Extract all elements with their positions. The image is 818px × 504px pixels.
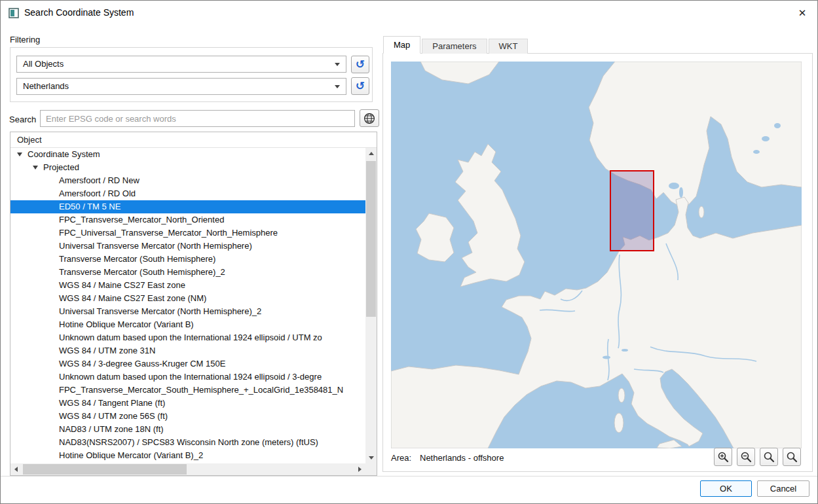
tree-item[interactable]: Projected	[10, 161, 365, 174]
filtering-label: Filtering	[10, 35, 40, 45]
tree-item-label: Amersfoort / RD New	[59, 175, 139, 185]
tree-item-label: FPC_Transverse_Mercator_North_Oriented	[59, 215, 224, 225]
tree-item[interactable]: Amersfoort / RD New	[10, 174, 365, 187]
tree-item-label: Unknown datum based upon the Internation…	[59, 372, 322, 382]
tree-item-label: WGS 84 / Maine CS27 East zone	[59, 280, 185, 290]
tree-item[interactable]: ED50 / TM 5 NE	[10, 200, 365, 213]
tree-item[interactable]: Amersfoort / RD Old	[10, 187, 365, 200]
tree-item-label: Universal Transverse Mercator (North Hem…	[59, 241, 252, 251]
tab-wkt[interactable]: WKT	[489, 39, 529, 54]
selected-crs-extent	[610, 171, 654, 251]
tree-item[interactable]: WGS 84 / 3-degree Gauss-Kruger CM 150E	[10, 357, 365, 370]
tree-column-header[interactable]: Object	[10, 132, 377, 148]
globe-search-button[interactable]	[360, 109, 379, 127]
tree-item[interactable]: Unknown datum based upon the Internation…	[10, 331, 365, 344]
zoom-out-button[interactable]	[737, 448, 755, 466]
tab-parameters[interactable]: Parameters	[422, 39, 487, 54]
tree-item-label: NAD83 / UTM zone 18N (ft)	[59, 424, 164, 434]
region-filter-dropdown[interactable]: Netherlands	[16, 78, 346, 95]
tree-item-label: Hotine Oblique Mercator (Variant B)	[59, 319, 194, 329]
coordinate-system-tree: Object Coordinate SystemProjectedAmersfo…	[10, 132, 377, 476]
tree-item[interactable]: Universal Transverse Mercator (North Hem…	[10, 305, 365, 318]
ok-button[interactable]: OK	[700, 480, 752, 497]
close-button[interactable]: ✕	[787, 1, 817, 26]
search-input[interactable]	[40, 110, 355, 127]
scroll-left-button[interactable]	[10, 463, 22, 475]
tree-item[interactable]: NAD83 / UTM zone 18N (ft)	[10, 423, 365, 436]
cancel-button[interactable]: Cancel	[757, 480, 809, 497]
europe-map[interactable]	[391, 62, 802, 448]
reset-region-filter-button[interactable]: ↺	[351, 77, 369, 95]
undo-icon: ↺	[356, 81, 365, 92]
tree-item[interactable]: WGS 84 / Tangent Plane (ft)	[10, 397, 365, 410]
globe-icon	[363, 113, 375, 124]
tree-rows: Coordinate SystemProjectedAmersfoort / R…	[10, 148, 365, 463]
tree-item-label: Coordinate System	[28, 149, 100, 159]
tree-item[interactable]: WGS 84 / UTM zone 56S (ft)	[10, 410, 365, 423]
expander-down-icon[interactable]	[17, 153, 22, 156]
window-title: Search Coordinate System	[24, 7, 134, 18]
zoom-area-button[interactable]	[783, 448, 801, 466]
chevron-down-icon	[335, 85, 340, 88]
scroll-down-button[interactable]	[365, 452, 377, 463]
land-sardinia	[614, 413, 623, 433]
title-bar: Search Coordinate System ✕	[1, 1, 817, 26]
vertical-scrollbar[interactable]	[365, 148, 377, 463]
tree-item[interactable]: Transverse Mercator (South Hemisphere)	[10, 253, 365, 266]
area-label: Area:	[391, 453, 411, 463]
zoom-in-button[interactable]	[714, 448, 732, 466]
tab-map[interactable]: Map	[383, 36, 420, 54]
tree-item[interactable]: WGS 84 / Maine CS27 East zone (NM)	[10, 292, 365, 305]
land-gotland	[699, 206, 704, 218]
scroll-up-button[interactable]	[365, 148, 377, 159]
footer-divider	[1, 476, 817, 477]
chevron-down-icon	[335, 63, 340, 66]
tree-item[interactable]: Coordinate System	[10, 148, 365, 161]
tree-item-label: Universal Transverse Mercator (North Hem…	[59, 306, 261, 316]
tree-item[interactable]: WGS 84 / Maine CS27 East zone	[10, 279, 365, 292]
magnifier-icon	[763, 451, 775, 463]
object-filter-dropdown[interactable]: All Objects	[16, 56, 346, 73]
expander-down-icon[interactable]	[33, 166, 38, 170]
scroll-right-button[interactable]	[354, 463, 365, 475]
object-filter-value: All Objects	[23, 59, 64, 69]
map-panel: Area: Netherlands - offshore	[382, 53, 813, 472]
search-coordinate-system-dialog: Search Coordinate System ✕ Filtering All…	[0, 0, 818, 504]
magnifier-icon	[786, 451, 798, 463]
vertical-scrollbar-thumb[interactable]	[366, 161, 376, 317]
tree-item[interactable]: Unknown datum based upon the Internation…	[10, 370, 365, 384]
magnifier-plus-icon	[717, 451, 729, 463]
scrollbar-corner	[365, 463, 377, 475]
search-label: Search	[9, 115, 36, 124]
tree-item-label: Transverse Mercator (South Hemisphere)	[59, 254, 215, 264]
tree-item[interactable]: FPC_Universal_Transverse_Mercator_North_…	[10, 226, 365, 240]
area-value: Netherlands - offshore	[420, 453, 504, 463]
tree-item-label: WGS 84 / Maine CS27 East zone (NM)	[59, 293, 206, 303]
tree-item-label: FPC_Transverse_Mercator_South_Hemisphere…	[59, 385, 343, 395]
tree-item[interactable]: FPC_Transverse_Mercator_North_Oriented	[10, 213, 365, 226]
tree-item-label: WGS 84 / Tangent Plane (ft)	[59, 398, 165, 408]
tree-item-label: FPC_Universal_Transverse_Mercator_North_…	[59, 228, 278, 238]
tree-item[interactable]: Hotine Oblique Mercator (Variant B)	[10, 318, 365, 331]
tree-item-label: NAD83(NSRS2007) / SPCS83 Wisconsin North…	[59, 437, 318, 447]
tree-item-label: Amersfoort / RD Old	[59, 189, 136, 198]
tree-item[interactable]: Transverse Mercator (South Hemisphere)_2	[10, 266, 365, 279]
tree-item[interactable]: Hotine Oblique Mercator (Variant B)_2	[10, 449, 365, 462]
tree-item[interactable]: WGS 84 / UTM zone 31N	[10, 344, 365, 357]
tree-item-label: WGS 84 / UTM zone 56S (ft)	[59, 411, 168, 421]
reset-object-filter-button[interactable]: ↺	[351, 56, 369, 73]
tree-item-label: Hotine Oblique Mercator (Variant B)_2	[59, 450, 203, 460]
horizontal-scrollbar-thumb[interactable]	[23, 464, 187, 475]
tree-item-label: Unknown datum based upon the Internation…	[59, 333, 322, 342]
tree-item-label: WGS 84 / UTM zone 31N	[59, 346, 155, 355]
tree-item-label: WGS 84 / 3-degree Gauss-Kruger CM 150E	[59, 359, 225, 369]
horizontal-scrollbar[interactable]	[10, 463, 365, 475]
zoom-extent-button[interactable]	[760, 448, 778, 466]
app-icon	[9, 8, 19, 18]
tree-item[interactable]: Universal Transverse Mercator (North Hem…	[10, 240, 365, 253]
undo-icon: ↺	[356, 59, 365, 70]
magnifier-minus-icon	[740, 451, 752, 463]
tree-item[interactable]: FPC_Transverse_Mercator_South_Hemisphere…	[10, 384, 365, 397]
tree-item-label: Transverse Mercator (South Hemisphere)_2	[59, 267, 225, 277]
tree-item[interactable]: NAD83(NSRS2007) / SPCS83 Wisconsin North…	[10, 436, 365, 449]
